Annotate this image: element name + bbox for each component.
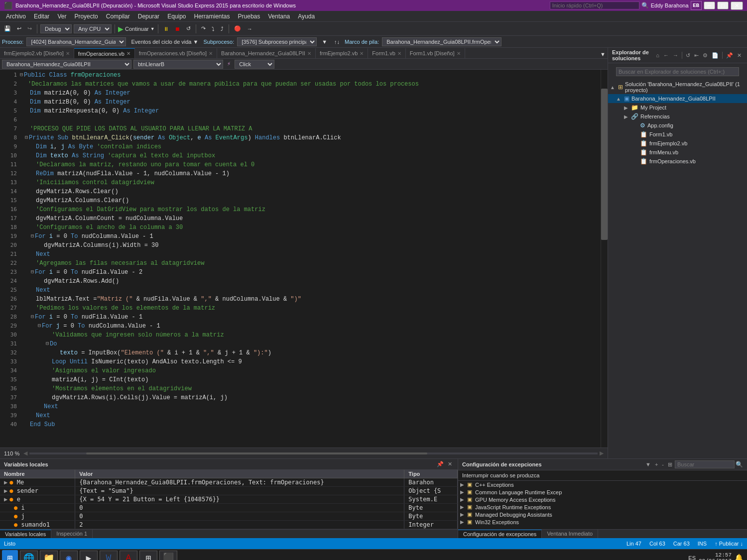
undo-button[interactable]: ↩: [15, 24, 23, 33]
event-dropdown[interactable]: Click: [235, 60, 274, 69]
taskbar-media[interactable]: ▶: [80, 551, 98, 560]
vertical-scrollbar[interactable]: [601, 70, 608, 448]
close-icon[interactable]: ✕: [360, 51, 364, 56]
cpu-dropdown[interactable]: Any CPU: [74, 24, 112, 33]
tabs-overflow-button[interactable]: ▼: [598, 50, 608, 58]
process-dropdown[interactable]: [4024] Barahona_Hernandez_Guia: [26, 37, 126, 46]
menu-herramientas[interactable]: Herramientas: [190, 12, 234, 21]
taskbar-word[interactable]: W: [100, 551, 118, 560]
expand-icon-23[interactable]: ⊟: [20, 268, 34, 277]
tab-form1[interactable]: Form1.vb ✕: [368, 48, 405, 58]
frmejemplo2-node[interactable]: 📋 frmEjemplo2.vb: [608, 139, 747, 148]
maximize-button[interactable]: □: [717, 1, 729, 9]
se-refresh-button[interactable]: ↺: [684, 52, 692, 59]
se-search-input[interactable]: [616, 67, 739, 76]
exc-win32[interactable]: ▶ ▣ Win32 Exceptions: [458, 518, 747, 526]
horizontal-scrollbar[interactable]: [29, 452, 598, 454]
class-dropdown[interactable]: Barahona_Hernandez_Guia08LPII: [2, 60, 131, 69]
expand-icon-29[interactable]: ⊟: [20, 322, 41, 331]
menu-ayuda[interactable]: Ayuda: [294, 12, 319, 21]
stack-dropdown[interactable]: Barahona_Hernandez_Guia08LPII.frmOper: [382, 37, 501, 46]
expand-icon-8[interactable]: ⊟: [20, 133, 28, 142]
frmmenu-node[interactable]: 📋 frmMenu.vb: [608, 148, 747, 157]
expand-icon-31[interactable]: ⊟: [20, 339, 49, 348]
se-forward-button[interactable]: →: [671, 52, 680, 59]
close-icon[interactable]: ✕: [397, 51, 401, 56]
menu-archivo[interactable]: Archivo: [2, 12, 30, 21]
scroll-left-icon[interactable]: ◀: [23, 450, 27, 456]
pause-button[interactable]: ⏸: [161, 25, 171, 33]
locals-close-button[interactable]: ✕: [446, 460, 454, 468]
save-button[interactable]: 💾: [2, 24, 13, 33]
continue-button[interactable]: ▶ Continuar ▼: [118, 25, 155, 33]
expand-icon[interactable]: ▶: [4, 487, 7, 494]
goto-button[interactable]: →: [245, 25, 254, 33]
se-collapse-button[interactable]: ⇤: [693, 52, 700, 59]
step-over-button[interactable]: ↷: [199, 24, 208, 33]
menu-compilar[interactable]: Compilar: [102, 12, 134, 21]
step-out-button[interactable]: ⤴: [219, 25, 226, 33]
close-button[interactable]: ✕: [731, 1, 743, 10]
breakpoints-button[interactable]: 🔴: [232, 24, 243, 33]
tab-config-exc[interactable]: Configuración de excepciones: [458, 530, 542, 538]
exc-add-button[interactable]: +: [653, 461, 659, 468]
step-into-button[interactable]: ⤵: [210, 25, 217, 33]
code-text-area[interactable]: ⊟ Public Class frmOperaciones 'Declaramo…: [20, 70, 601, 448]
publish-button[interactable]: ↑ Publicar ↓: [715, 541, 743, 547]
redo-button[interactable]: ↪: [25, 24, 34, 33]
restart-button[interactable]: ↺: [184, 24, 193, 33]
exc-cpp[interactable]: ▶ ▣ C++ Exceptions: [458, 481, 747, 488]
tab-form1-design[interactable]: Form1.vb [Diseño] ✕: [406, 48, 465, 58]
menu-ventana[interactable]: Ventana: [264, 12, 294, 21]
expand-icon[interactable]: ▶: [4, 479, 7, 486]
stop-button[interactable]: ⏹: [173, 25, 182, 33]
menu-editar[interactable]: Editar: [30, 12, 53, 21]
expand-icon-19[interactable]: ⊟: [20, 232, 34, 241]
se-home-button[interactable]: ⌂: [654, 52, 661, 59]
close-icon[interactable]: ✕: [66, 51, 70, 56]
menu-equipo[interactable]: Equipo: [163, 12, 190, 21]
menu-pruebas[interactable]: Pruebas: [234, 12, 264, 21]
tab-inspeccion[interactable]: Inspección 1: [51, 530, 93, 538]
member-dropdown[interactable]: btnLlenarB: [133, 60, 223, 69]
se-showfiles-button[interactable]: 📄: [710, 52, 720, 59]
scroll-right-icon[interactable]: ▶: [600, 450, 604, 456]
se-back-button[interactable]: ←: [662, 52, 670, 59]
expand-icon-28[interactable]: ⊟: [20, 313, 34, 322]
filter-button[interactable]: ▼: [320, 38, 329, 46]
taskbar-squares[interactable]: ⊞: [139, 551, 157, 560]
exc-filter-button[interactable]: ▼: [644, 461, 652, 468]
tab-frmoperaciones[interactable]: frmOperaciones.vb ✕: [74, 48, 135, 58]
se-properties-button[interactable]: ⚙: [701, 52, 709, 59]
myproject-node[interactable]: ▶ 📁 My Project: [608, 103, 747, 112]
close-icon[interactable]: ✕: [126, 51, 130, 56]
solution-node[interactable]: ▲ ⊞ Solución 'Barahona_Hernandez_Guia08L…: [608, 80, 747, 94]
exc-js[interactable]: ▶ ▣ JavaScript Runtime Exceptions: [458, 503, 747, 511]
expand-icon[interactable]: ▶: [4, 496, 7, 503]
taskbar-chrome[interactable]: ◉: [60, 551, 78, 560]
debug-config-dropdown[interactable]: Debug: [40, 24, 72, 33]
taskbar-vs[interactable]: ⬛: [159, 551, 177, 560]
exc-gpu[interactable]: ▶ ▣ GPU Memory Access Exceptions: [458, 496, 747, 503]
menu-depurar[interactable]: Depurar: [134, 12, 163, 21]
exc-search-input[interactable]: [675, 460, 735, 468]
references-node[interactable]: ▶ 🔗 Referencias: [608, 112, 747, 121]
taskbar-ie[interactable]: 🌐: [20, 551, 38, 560]
project-node[interactable]: ▲ ▣ Barahona_Hernandez_Guia08LPII: [608, 94, 747, 103]
tab-frmejemplo2-design[interactable]: frmEjemplo2.vb [Diseño] ✕: [0, 48, 74, 58]
exc-remove-button[interactable]: -: [660, 461, 665, 468]
form1-node[interactable]: 📋 Form1.vb: [608, 130, 747, 139]
menu-proyecto[interactable]: Proyecto: [70, 12, 102, 21]
frmoperaciones-node[interactable]: 📋 frmOperaciones.vb: [608, 157, 747, 166]
taskbar-pdf[interactable]: A: [120, 551, 137, 560]
appconfig-node[interactable]: ⚙ App.config: [608, 121, 747, 130]
code-editor[interactable]: 1 2 3 4 5 6 7 8 9 10 11 12 13 14 15 16 1: [0, 70, 608, 448]
close-icon[interactable]: ✕: [457, 51, 461, 56]
lifecycle-events-button[interactable]: Eventos del ciclo de vida ▼: [129, 38, 200, 46]
exc-clr[interactable]: ▶ ▣ Common Language Runtime Excep: [458, 488, 747, 496]
tab-frmejemplo2[interactable]: frmEjemplo2.vb ✕: [316, 48, 368, 58]
close-icon[interactable]: ✕: [209, 51, 213, 56]
exc-mda[interactable]: ▶ ▣ Managed Debugging Assistants: [458, 511, 747, 518]
tab-frmoperaciones-design[interactable]: frmOperaciones.vb [Diseño] ✕: [135, 48, 217, 58]
minimize-button[interactable]: ─: [704, 1, 716, 9]
